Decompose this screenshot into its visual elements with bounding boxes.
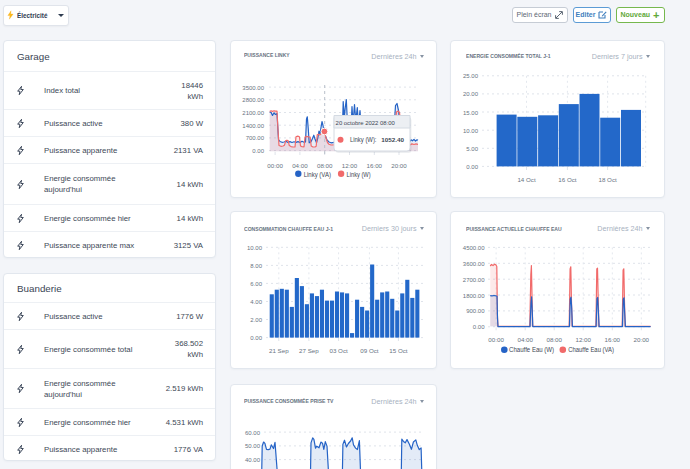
svg-text:08:00: 08:00 [546, 336, 562, 343]
svg-text:00:00: 00:00 [488, 336, 504, 343]
svg-text:Linky (W):: Linky (W): [350, 136, 377, 144]
svg-text:09 Oct: 09 Oct [360, 347, 379, 354]
svg-text:0.00: 0.00 [473, 324, 485, 330]
svg-text:16 Oct: 16 Oct [558, 176, 577, 183]
svg-text:0.00: 0.00 [252, 148, 264, 154]
svg-text:04:00: 04:00 [517, 336, 533, 343]
svg-text:60.00: 60.00 [245, 430, 261, 436]
svg-text:21 Sep: 21 Sep [269, 347, 289, 354]
svg-text:Chauffe Eau (W): Chauffe Eau (W) [509, 346, 554, 354]
svg-text:03 Oct: 03 Oct [329, 347, 348, 354]
svg-text:4.00: 4.00 [250, 299, 262, 305]
svg-text:16:00: 16:00 [367, 162, 383, 169]
svg-text:2800.00: 2800.00 [242, 97, 264, 103]
svg-text:20.00: 20.00 [463, 91, 479, 97]
svg-text:6.00: 6.00 [250, 281, 262, 287]
svg-text:900.00: 900.00 [466, 308, 485, 314]
svg-text:08:00: 08:00 [317, 162, 333, 169]
svg-text:Chauffe Eau (VA): Chauffe Eau (VA) [568, 346, 614, 354]
svg-text:20:00: 20:00 [391, 162, 407, 169]
svg-text:2700.00: 2700.00 [463, 277, 485, 283]
svg-text:4500.00: 4500.00 [463, 245, 485, 251]
svg-text:2100.00: 2100.00 [242, 110, 264, 116]
svg-text:25.00: 25.00 [463, 73, 479, 79]
svg-text:10.00: 10.00 [463, 128, 479, 134]
svg-text:12:00: 12:00 [575, 336, 591, 343]
svg-text:18 Oct: 18 Oct [598, 176, 617, 183]
svg-text:2.00: 2.00 [250, 317, 262, 323]
svg-text:40.00: 40.00 [245, 457, 261, 463]
svg-text:3600.00: 3600.00 [463, 261, 485, 267]
svg-text:0.00: 0.00 [466, 164, 478, 170]
svg-text:700.00: 700.00 [246, 135, 265, 141]
svg-text:27 Sep: 27 Sep [299, 347, 319, 354]
svg-text:5.00: 5.00 [466, 146, 478, 152]
svg-text:12:00: 12:00 [342, 162, 358, 169]
svg-text:16:00: 16:00 [605, 336, 621, 343]
svg-text:04:00: 04:00 [292, 162, 308, 169]
svg-text:0.00: 0.00 [250, 335, 262, 341]
svg-text:50.00: 50.00 [245, 443, 261, 449]
svg-text:14 Oct: 14 Oct [517, 176, 536, 183]
svg-text:10.00: 10.00 [247, 245, 263, 251]
svg-text:1052.40: 1052.40 [381, 136, 404, 143]
svg-text:15 Oct: 15 Oct [389, 347, 408, 354]
svg-text:3500.00: 3500.00 [242, 85, 264, 91]
svg-text:1800.00: 1800.00 [463, 293, 485, 299]
svg-text:8.00: 8.00 [250, 263, 262, 269]
svg-text:1400.00: 1400.00 [242, 123, 264, 129]
svg-text:15.00: 15.00 [463, 110, 479, 116]
svg-text:Linky (VA): Linky (VA) [304, 171, 331, 179]
svg-text:20 octobre 2022 08:00: 20 octobre 2022 08:00 [336, 119, 396, 126]
svg-text:00:00: 00:00 [267, 162, 283, 169]
svg-text:20:00: 20:00 [634, 336, 650, 343]
svg-text:Linky (W): Linky (W) [347, 171, 371, 179]
